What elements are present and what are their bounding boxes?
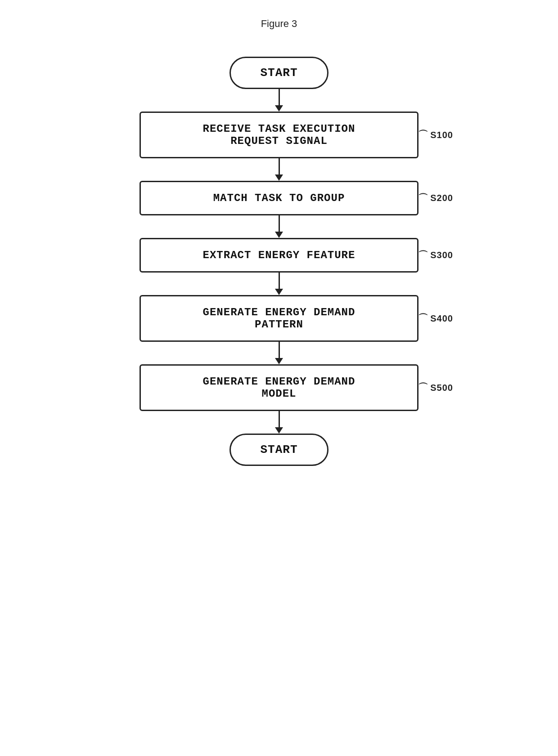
node-wrapper-s300: EXTRACT ENERGY FEATURE ⌒S300 [140, 238, 418, 273]
arrow-1 [275, 89, 283, 112]
node-wrapper-start-bottom: START [230, 434, 328, 466]
arrow-6 [275, 411, 283, 434]
arrow-3 [275, 215, 283, 238]
node-s300: EXTRACT ENERGY FEATURE ⌒S300 [140, 238, 418, 273]
node-s500: GENERATE ENERGY DEMANDMODEL ⌒S500 [140, 364, 418, 411]
arrow-5 [275, 342, 283, 364]
node-wrapper-s100: RECEIVE TASK EXECUTIONREQUEST SIGNAL ⌒S1… [140, 112, 418, 158]
node-wrapper-s400: GENERATE ENERGY DEMANDPATTERN ⌒S400 [140, 295, 418, 342]
page-title: Figure 3 [261, 18, 297, 30]
node-start-bottom: START [230, 434, 328, 466]
node-s100: RECEIVE TASK EXECUTIONREQUEST SIGNAL ⌒S1… [140, 112, 418, 158]
node-start-top: START [230, 57, 328, 89]
node-s200: MATCH TASK TO GROUP ⌒S200 [140, 181, 418, 215]
arrow-4 [275, 273, 283, 295]
node-wrapper-start-top: START [230, 57, 328, 89]
node-s400: GENERATE ENERGY DEMANDPATTERN ⌒S400 [140, 295, 418, 342]
node-wrapper-s200: MATCH TASK TO GROUP ⌒S200 [140, 181, 418, 215]
arrow-2 [275, 158, 283, 181]
flowchart: START RECEIVE TASK EXECUTIONREQUEST SIGN… [122, 57, 436, 466]
node-wrapper-s500: GENERATE ENERGY DEMANDMODEL ⌒S500 [140, 364, 418, 411]
